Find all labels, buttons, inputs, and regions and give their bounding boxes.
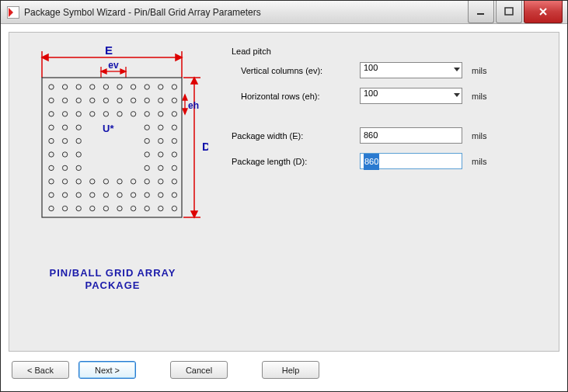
svg-marker-3 <box>42 54 48 61</box>
svg-rect-1 <box>505 8 513 15</box>
package-width-input[interactable]: 860 <box>360 127 462 144</box>
horizontal-rows-label: Horizontal rows (eh): <box>232 92 360 101</box>
svg-marker-18 <box>183 95 187 100</box>
horizontal-rows-unit: mils <box>472 92 487 101</box>
package-length-label: Package length (D): <box>232 157 360 166</box>
diagram-pane: E ev <box>17 40 208 343</box>
window-frame: Package Symbol Wizard - Pin/Ball Grid Ar… <box>0 0 568 392</box>
cancel-button[interactable]: Cancel <box>170 361 228 379</box>
dim-ev-label: ev <box>108 60 119 71</box>
vertical-columns-row: Vertical columns (ev): 100 mils <box>232 62 551 78</box>
next-button[interactable]: Next > <box>78 361 136 379</box>
horizontal-rows-row: Horizontal rows (eh): 100 mils <box>232 88 551 104</box>
client-area: E ev <box>1 24 567 391</box>
window-buttons <box>466 1 567 23</box>
lead-pitch-label: Lead pitch <box>232 47 551 56</box>
titlebar: Package Symbol Wizard - Pin/Ball Grid Ar… <box>1 1 567 24</box>
package-width-unit: mils <box>472 131 487 140</box>
svg-rect-0 <box>477 13 484 15</box>
svg-marker-9 <box>120 69 126 74</box>
maximize-button[interactable] <box>496 1 522 23</box>
svg-marker-14 <box>191 211 197 217</box>
horizontal-rows-combo[interactable]: 100 <box>360 88 462 104</box>
minimize-button[interactable] <box>468 1 494 23</box>
wizard-buttons: < Back Next > Cancel Help <box>9 352 559 383</box>
svg-marker-19 <box>183 109 187 114</box>
dim-eh-label: eh <box>188 100 199 111</box>
window-title: Package Symbol Wizard - Pin/Ball Grid Ar… <box>24 7 466 18</box>
dimensions-group: Package width (E): 860 mils Package leng… <box>232 127 551 169</box>
close-button[interactable] <box>524 1 563 23</box>
svg-marker-13 <box>191 78 197 84</box>
main-panel: E ev <box>9 32 559 352</box>
close-icon <box>538 7 549 16</box>
package-width-row: Package width (E): 860 mils <box>232 127 551 144</box>
package-width-label: Package width (E): <box>232 131 360 140</box>
lead-pitch-group: Lead pitch Vertical columns (ev): 100 mi… <box>232 47 551 104</box>
vertical-columns-label: Vertical columns (ev): <box>232 66 360 75</box>
form-pane: Lead pitch Vertical columns (ev): 100 mi… <box>208 40 551 343</box>
vertical-columns-combo[interactable]: 100 <box>360 62 462 78</box>
package-length-unit: mils <box>472 157 487 166</box>
refdes-label: U* <box>103 123 114 134</box>
svg-marker-8 <box>101 69 106 74</box>
package-length-input[interactable]: 860 <box>360 153 462 169</box>
dim-E-label: E <box>105 43 113 57</box>
back-button[interactable]: < Back <box>12 361 69 379</box>
diagram-caption: PIN/BALL GRID ARRAY PACKAGE <box>50 267 176 293</box>
svg-marker-4 <box>176 54 182 61</box>
app-icon <box>7 6 19 19</box>
package-length-row: Package length (D): 860 mils <box>232 153 551 169</box>
help-button[interactable]: Help <box>262 361 319 379</box>
package-diagram: E ev <box>17 40 208 219</box>
vertical-columns-unit: mils <box>472 66 487 75</box>
maximize-icon <box>504 7 514 16</box>
minimize-icon <box>476 7 486 16</box>
dim-D-label: D <box>202 140 208 153</box>
